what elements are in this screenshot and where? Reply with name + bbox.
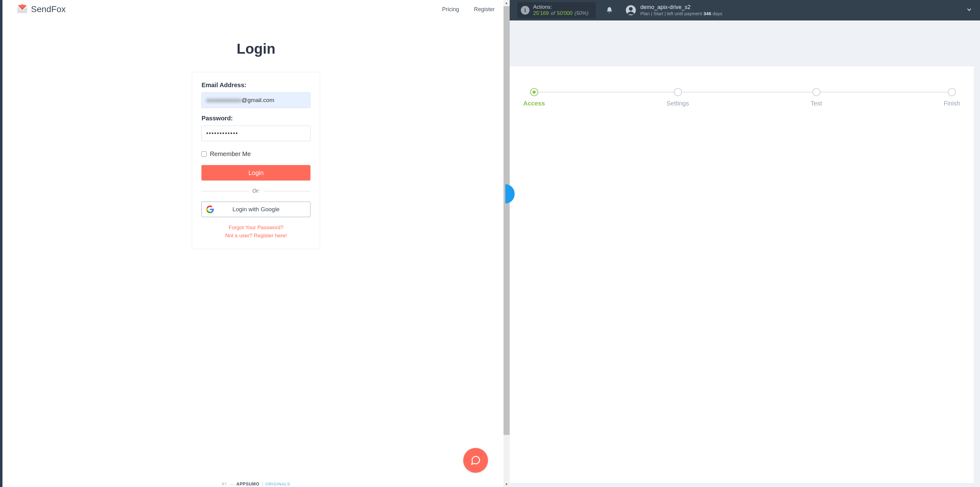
chat-icon: [470, 455, 481, 466]
google-button-label: Login with Google: [232, 206, 280, 213]
login-with-google-button[interactable]: Login with Google: [201, 202, 310, 217]
scrollbar[interactable]: ▲ ▼: [503, 0, 510, 487]
info-icon: i: [521, 6, 530, 14]
helper-links: Forgot Your Password? Not a user? Regist…: [201, 225, 310, 239]
footer-sub: ORIGINALS: [266, 482, 290, 486]
sendfox-topbar: SendFox Pricing Register: [3, 0, 510, 19]
remember-me-row: Remember Me: [201, 150, 310, 158]
side-tab-bubble[interactable]: [505, 184, 515, 203]
username: demo_apix-drive_s2: [640, 4, 722, 11]
sendfox-logo[interactable]: SendFox: [17, 4, 66, 14]
user-avatar-icon: [625, 5, 636, 16]
sendfox-logo-text: SendFox: [31, 4, 66, 14]
sendfox-logo-icon: [17, 4, 28, 14]
sendfox-footer: BY — APPSUMO | ORIGINALS: [222, 481, 290, 487]
plan-name: Start: [654, 11, 663, 16]
or-text: Or:: [249, 188, 264, 194]
apix-topbar: i Actions: 25'169 of 50'000 (50%) d: [510, 0, 980, 21]
step-settings-dot[interactable]: [674, 88, 682, 96]
scroll-down-arrow[interactable]: ▼: [503, 481, 510, 487]
actions-of: of: [550, 10, 555, 16]
step-access-label: Access: [523, 100, 545, 107]
email-blurred-part: xxxxxxxxxxxx: [206, 97, 241, 104]
plan-days-word: days: [713, 11, 722, 16]
remember-me-label[interactable]: Remember Me: [210, 150, 251, 158]
divider-line-left: [201, 191, 248, 192]
email-label: Email Address:: [201, 81, 310, 89]
forgot-password-link[interactable]: Forgot Your Password?: [201, 225, 310, 231]
step-test-label: Test: [811, 100, 822, 107]
bell-icon[interactable]: [606, 6, 613, 14]
actions-total: 50'000: [557, 10, 573, 16]
actions-pct: (50%): [574, 10, 589, 16]
topbar-expand-button[interactable]: [966, 6, 972, 14]
sendfox-login-pane: SendFox Pricing Register Login Email Add…: [0, 0, 510, 487]
step-access[interactable]: Access: [523, 88, 545, 107]
wizard-stepper: Access Settings Test Finish: [523, 88, 960, 107]
login-card: Email Address: xxxxxxxxxxxx@gmail.com Pa…: [192, 72, 320, 249]
apix-body: Access Settings Test Finish: [510, 21, 980, 487]
sendfox-nav: Pricing Register: [442, 6, 495, 13]
svg-point-1: [629, 7, 633, 11]
google-icon: [206, 205, 214, 213]
footer-brand: APPSUMO: [236, 481, 259, 486]
plan-line: Plan | Start | left until payment 346 da…: [640, 11, 722, 17]
user-text: demo_apix-drive_s2 Plan | Start | left u…: [640, 4, 722, 16]
apixdrive-pane: i Actions: 25'169 of 50'000 (50%) d: [510, 0, 980, 487]
email-field[interactable]: xxxxxxxxxxxx@gmail.com: [201, 93, 310, 108]
step-finish-dot[interactable]: [948, 88, 956, 96]
login-main: Login Email Address: xxxxxxxxxxxx@gmail.…: [3, 40, 510, 249]
step-test-dot[interactable]: [812, 88, 821, 96]
register-here-link[interactable]: Not a user? Register here!: [201, 233, 310, 239]
remember-me-checkbox[interactable]: [201, 152, 207, 156]
divider-line-right: [263, 191, 310, 192]
chat-bubble-button[interactable]: [463, 448, 488, 473]
step-finish[interactable]: Finish: [944, 88, 960, 107]
actions-counter[interactable]: i Actions: 25'169 of 50'000 (50%): [517, 2, 596, 19]
step-access-dot[interactable]: [530, 88, 538, 96]
plan-prefix: Plan |: [640, 11, 652, 16]
email-clear-part: @gmail.com: [241, 97, 274, 104]
nav-pricing[interactable]: Pricing: [442, 6, 459, 13]
password-label: Password:: [201, 115, 310, 122]
actions-used: 25'169: [533, 10, 549, 16]
step-test[interactable]: Test: [811, 88, 822, 107]
plan-days-number: 346: [704, 11, 711, 16]
scroll-up-arrow[interactable]: ▲: [503, 0, 510, 6]
stepper-track: [530, 92, 954, 93]
login-title: Login: [237, 40, 275, 57]
password-field[interactable]: [201, 126, 310, 141]
user-block[interactable]: demo_apix-drive_s2 Plan | Start | left u…: [625, 4, 722, 16]
or-divider: Or:: [201, 188, 310, 194]
footer-by: BY: [222, 482, 227, 486]
body-spacer: [510, 21, 974, 66]
login-button[interactable]: Login: [201, 165, 310, 180]
step-finish-label: Finish: [944, 100, 960, 107]
step-settings-label: Settings: [667, 100, 689, 107]
scrollbar-thumb[interactable]: [503, 6, 510, 435]
actions-text: Actions: 25'169 of 50'000 (50%): [533, 4, 589, 17]
chevron-down-icon: [966, 6, 972, 13]
nav-register[interactable]: Register: [474, 6, 495, 13]
actions-label: Actions:: [533, 4, 589, 10]
wizard-card: Access Settings Test Finish: [510, 66, 974, 483]
plan-mid: | left until payment: [665, 11, 702, 16]
step-settings[interactable]: Settings: [667, 88, 689, 107]
